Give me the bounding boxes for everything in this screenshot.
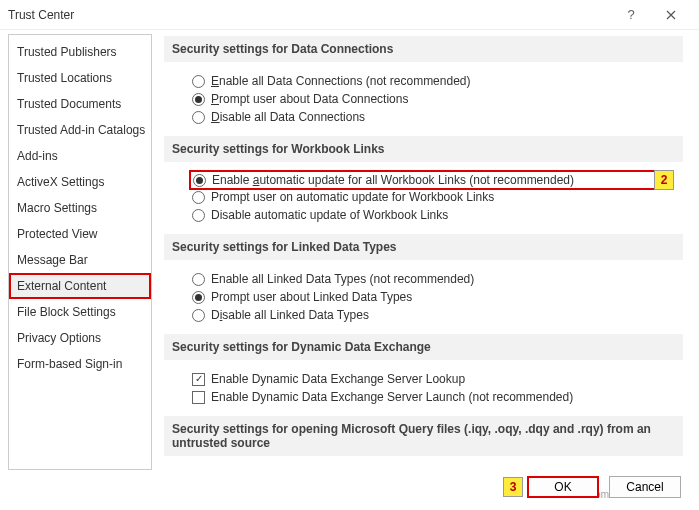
window-title: Trust Center xyxy=(8,8,611,22)
radio-icon xyxy=(192,291,205,304)
radio-prompt-data-connections[interactable]: Prompt user about Data Connections xyxy=(192,90,671,108)
sidebar-item-protected-view[interactable]: Protected View xyxy=(9,221,151,247)
sidebar-item-privacy-options[interactable]: Privacy Options xyxy=(9,325,151,351)
sidebar-item-file-block-settings[interactable]: File Block Settings xyxy=(9,299,151,325)
checkbox-icon xyxy=(192,373,205,386)
check-dde-lookup[interactable]: Enable Dynamic Data Exchange Server Look… xyxy=(192,370,671,388)
radio-icon xyxy=(192,93,205,106)
options-linked-data: Enable all Linked Data Types (not recomm… xyxy=(164,266,683,332)
sidebar-item-message-bar[interactable]: Message Bar xyxy=(9,247,151,273)
options-dde: Enable Dynamic Data Exchange Server Look… xyxy=(164,366,683,414)
dialog-body: Trusted Publishers Trusted Locations Tru… xyxy=(0,30,699,470)
radio-icon xyxy=(192,191,205,204)
sidebar-item-add-ins[interactable]: Add-ins xyxy=(9,143,151,169)
sidebar-item-form-based-signin[interactable]: Form-based Sign-in xyxy=(9,351,151,377)
section-header-dde: Security settings for Dynamic Data Excha… xyxy=(164,334,683,360)
radio-enable-all-data-connections[interactable]: Enable all Data Connections (not recomme… xyxy=(192,72,671,90)
section-header-workbook-links: Security settings for Workbook Links xyxy=(164,136,683,162)
section-header-data-connections: Security settings for Data Connections xyxy=(164,36,683,62)
sidebar-item-activex-settings[interactable]: ActiveX Settings xyxy=(9,169,151,195)
sidebar-item-trusted-addin-catalogs[interactable]: Trusted Add-in Catalogs xyxy=(9,117,151,143)
sidebar-item-trusted-publishers[interactable]: Trusted Publishers xyxy=(9,39,151,65)
radio-icon xyxy=(192,75,205,88)
options-query-files: Always block the connection of untrusted… xyxy=(164,462,683,470)
sidebar-item-macro-settings[interactable]: Macro Settings xyxy=(9,195,151,221)
close-icon[interactable] xyxy=(651,1,691,29)
sidebar-item-trusted-locations[interactable]: Trusted Locations xyxy=(9,65,151,91)
ok-button[interactable]: OK xyxy=(527,476,599,498)
callout-3: 3 xyxy=(503,477,523,497)
callout-2: 2 xyxy=(654,170,674,190)
sidebar: Trusted Publishers Trusted Locations Tru… xyxy=(8,34,152,470)
radio-enable-linked-data[interactable]: Enable all Linked Data Types (not recomm… xyxy=(192,270,671,288)
titlebar: Trust Center ? xyxy=(0,0,699,30)
help-icon[interactable]: ? xyxy=(611,1,651,29)
check-dde-launch[interactable]: Enable Dynamic Data Exchange Server Laun… xyxy=(192,388,671,406)
sidebar-item-trusted-documents[interactable]: Trusted Documents xyxy=(9,91,151,117)
radio-disable-workbook-links[interactable]: Disable automatic update of Workbook Lin… xyxy=(192,206,671,224)
radio-disable-data-connections[interactable]: Disable all Data Connections xyxy=(192,108,671,126)
button-bar: wsxdn.com 3 OK Cancel xyxy=(0,470,699,504)
radio-icon xyxy=(192,309,205,322)
options-data-connections: Enable all Data Connections (not recomme… xyxy=(164,68,683,134)
radio-enable-workbook-links[interactable]: Enable automatic update for all Workbook… xyxy=(189,170,668,190)
sidebar-item-external-content[interactable]: External Content xyxy=(9,273,151,299)
section-header-linked-data: Security settings for Linked Data Types xyxy=(164,234,683,260)
radio-icon xyxy=(192,273,205,286)
section-header-query-files: Security settings for opening Microsoft … xyxy=(164,416,683,456)
main-panel: Security settings for Data Connections E… xyxy=(152,34,691,470)
radio-icon xyxy=(192,209,205,222)
radio-disable-linked-data[interactable]: Disable all Linked Data Types xyxy=(192,306,671,324)
options-workbook-links: Enable automatic update for all Workbook… xyxy=(164,168,683,232)
radio-icon xyxy=(192,111,205,124)
checkbox-icon xyxy=(192,391,205,404)
radio-prompt-linked-data[interactable]: Prompt user about Linked Data Types xyxy=(192,288,671,306)
cancel-button[interactable]: Cancel xyxy=(609,476,681,498)
radio-icon xyxy=(193,174,206,187)
radio-prompt-workbook-links[interactable]: Prompt user on automatic update for Work… xyxy=(192,188,671,206)
